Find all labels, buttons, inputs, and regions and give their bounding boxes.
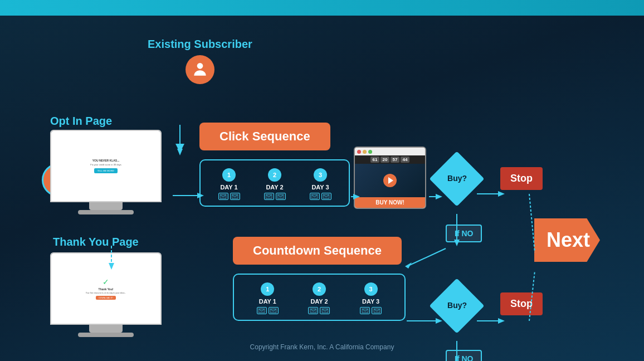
click-day-1-label: DAY 1	[220, 184, 237, 191]
countdown-day-3: 3 DAY 3	[360, 282, 382, 314]
svg-marker-17	[405, 262, 412, 269]
svg-marker-21	[498, 318, 505, 324]
click-day-1-num: 1	[222, 168, 236, 182]
thank-you-monitor: ✓ Thank You! Your free resource is on it…	[42, 252, 170, 337]
countdown-sequence-box: 1 DAY 1 2 DAY 2 3 DAY 3	[233, 274, 406, 321]
if-no-label-1: If NO	[446, 225, 482, 242]
countdown-day-1: 1 DAY 1	[257, 282, 279, 314]
svg-marker-19	[436, 318, 442, 324]
envelope-icon	[320, 307, 330, 314]
ty-text: Your free resource is on its way to your…	[86, 292, 126, 294]
envelope-icon	[372, 307, 382, 314]
content: Existing Subscriber Opt In Page YOU NEVE…	[0, 16, 644, 361]
copyright: Copyright Frank Kern, Inc. A California …	[250, 343, 394, 351]
click-day-2: 2 DAY 2	[264, 168, 286, 200]
ty-check: ✓	[103, 277, 109, 286]
person-icon	[186, 55, 214, 84]
click-day-3-num: 3	[314, 168, 327, 182]
buy-diamond-2[interactable]: Buy?	[430, 279, 485, 334]
buy-label-2: Buy?	[447, 301, 467, 310]
monitor-base-2	[78, 333, 134, 337]
timer-digit-4: 44	[401, 157, 409, 163]
svg-line-24	[529, 194, 535, 252]
close-dot	[357, 150, 361, 154]
countdown-day-3-label: DAY 3	[362, 298, 379, 305]
countdown-sequence-label: Countdown Sequence	[233, 237, 402, 265]
envelope-icon	[276, 193, 286, 200]
countdown-day-1-num: 1	[261, 282, 274, 296]
countdown-day-2: 2 DAY 2	[308, 282, 330, 314]
opt-in-screen-title: YOU NEVER KLAS...	[92, 159, 120, 162]
stop-button-1[interactable]: Stop	[500, 167, 543, 190]
countdown-day-1-envelopes	[257, 307, 279, 314]
top-bar	[0, 0, 644, 16]
opt-in-monitor: YOU NEVER KLAS... Fix your credit score …	[42, 130, 170, 214]
click-day-3-label: DAY 3	[311, 184, 329, 191]
monitor-stand-2	[89, 325, 123, 333]
video-top-bar	[355, 148, 425, 155]
click-day-2-envelopes	[264, 193, 286, 200]
ty-title: Thank You!	[99, 287, 114, 291]
monitor-stand-1	[89, 202, 123, 210]
svg-marker-13	[498, 191, 505, 197]
stop-button-2[interactable]: Stop	[500, 292, 543, 315]
if-no-label-2: If NO	[446, 350, 482, 361]
countdown-day-2-envelopes	[308, 307, 330, 314]
video-thumbnail	[355, 164, 425, 197]
svg-marker-11	[436, 194, 442, 199]
opt-in-screen-text: Fix your credit score in 30 days	[90, 163, 121, 167]
thank-you-label: Thank You Page	[53, 236, 139, 248]
envelope-icon	[264, 193, 274, 200]
countdown-day-2-num: 2	[313, 282, 326, 296]
buy-now-button[interactable]: BUY NOW!	[355, 197, 425, 208]
expand-dot	[368, 150, 372, 154]
person-svg	[191, 61, 209, 79]
thank-you-screen: ✓ Thank You! Your free resource is on it…	[50, 252, 162, 325]
click-day-1-envelopes	[218, 193, 240, 200]
existing-subscriber-section: Existing Subscriber	[148, 38, 252, 84]
minimize-dot	[363, 150, 367, 154]
envelope-icon	[257, 307, 267, 314]
click-sequence-label: Click Sequence	[199, 123, 330, 150]
play-button[interactable]	[383, 174, 397, 187]
countdown-timer: 61 20 57 44	[355, 155, 425, 164]
countdown-day-2-label: DAY 2	[310, 298, 328, 305]
envelope-icon	[269, 307, 279, 314]
countdown-day-1-label: DAY 1	[259, 298, 276, 305]
buy-diamond-1[interactable]: Buy?	[430, 152, 485, 207]
svg-line-16	[409, 248, 446, 265]
buy-label-1: Buy?	[447, 174, 467, 183]
monitor-base-1	[78, 210, 134, 214]
click-day-3-envelopes	[310, 193, 331, 200]
opt-in-screen-btn: TELL ME MORE!	[94, 168, 118, 173]
timer-digit-3: 57	[391, 157, 399, 163]
click-day-1: 1 DAY 1	[218, 168, 240, 200]
countdown-day-3-envelopes	[360, 307, 382, 314]
next-arrow[interactable]: Next	[534, 218, 600, 262]
click-day-2-label: DAY 2	[266, 184, 283, 191]
click-day-3: 3 DAY 3	[310, 168, 331, 200]
svg-marker-5	[177, 149, 183, 155]
click-day-2-num: 2	[268, 168, 281, 182]
envelope-icon	[218, 193, 228, 200]
timer-digit-1: 61	[370, 157, 379, 163]
envelope-icon	[321, 193, 331, 200]
opt-in-screen: YOU NEVER KLAS... Fix your credit score …	[50, 130, 162, 202]
envelope-icon	[308, 307, 318, 314]
video-buy-box: 61 20 57 44 BUY NOW!	[354, 147, 426, 209]
countdown-day-3-num: 3	[364, 282, 378, 296]
ty-btn: DOWNLOAD IT!	[96, 296, 116, 300]
envelope-icon	[360, 307, 370, 314]
envelope-icon	[230, 193, 240, 200]
ty-screen-inner: ✓ Thank You! Your free resource is on it…	[51, 253, 160, 324]
opt-in-label: Opt In Page	[50, 115, 112, 128]
click-sequence-box: 1 DAY 1 2 DAY 2 3 DAY 3	[199, 159, 350, 207]
svg-point-0	[197, 63, 203, 69]
existing-subscriber-label: Existing Subscriber	[148, 38, 252, 51]
opt-in-screen-inner: YOU NEVER KLAS... Fix your credit score …	[51, 131, 160, 201]
envelope-icon	[310, 193, 320, 200]
timer-digit-2: 20	[380, 157, 389, 163]
